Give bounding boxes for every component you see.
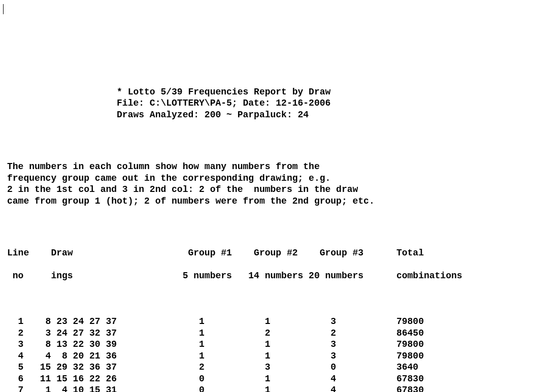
intro-line-3: 2 in the 1st col and 3 in 2nd col: 2 of …	[7, 184, 358, 194]
table-row: 6 11 15 16 22 26 0 1 4 67830	[7, 373, 526, 385]
header-row-2: no ings 5 numbers 14 numbers 20 numbers …	[7, 270, 526, 282]
header-line-2: File: C:\LOTTERY\PA-5; Date: 12-16-2006	[117, 98, 330, 108]
table-row: 5 15 29 32 36 37 2 3 0 3640	[7, 362, 526, 373]
header-row-1: Line Draw Group #1 Group #2 Group #3 Tot…	[7, 247, 526, 259]
header-line-3: Draws Analyzed: 200 ~ Parpaluck: 24	[117, 110, 309, 120]
intro-line-2: frequency group came out in the correspo…	[7, 173, 330, 183]
table-row: 1 8 23 24 27 37 1 1 3 79800	[7, 316, 526, 328]
blank-row	[7, 293, 526, 305]
table-row: 7 1 4 10 15 31 0 1 4 67830	[7, 384, 526, 392]
intro-line-4: came from group 1 (hot); 2 of numbers we…	[7, 196, 375, 206]
table-row: 2 3 24 27 32 37 1 2 2 86450	[7, 328, 526, 339]
table-row: 3 8 13 22 30 39 1 1 3 79800	[7, 339, 526, 350]
intro-line-1: The numbers in each column show how many…	[7, 161, 320, 172]
text-cursor	[3, 4, 4, 14]
frequency-table: Line Draw Group #1 Group #2 Group #3 Tot…	[7, 236, 526, 392]
intro-text: The numbers in each column show how many…	[7, 150, 526, 207]
report-header: * Lotto 5/39 Frequencies Report by Draw …	[117, 75, 526, 120]
table-row: 4 4 8 20 21 36 1 1 3 79800	[7, 350, 526, 362]
header-line-1: * Lotto 5/39 Frequencies Report by Draw	[117, 87, 330, 97]
